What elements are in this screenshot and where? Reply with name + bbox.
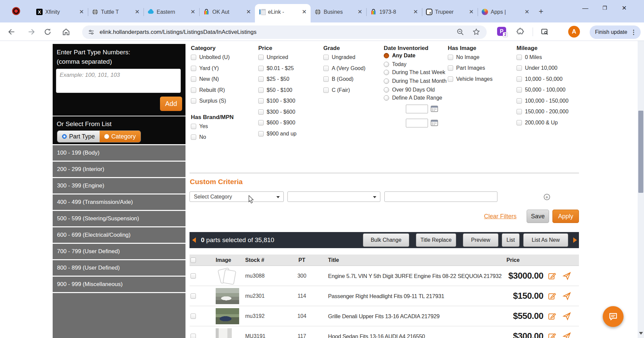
checkbox[interactable] xyxy=(191,76,196,82)
radio-icon[interactable] xyxy=(384,70,389,75)
chat-widget-button[interactable] xyxy=(603,306,624,327)
tab-apps[interactable]: Apps | ✕ xyxy=(478,4,533,22)
filter-option-no-image[interactable]: No Image xyxy=(448,54,479,61)
toggle-category[interactable]: Category xyxy=(100,131,141,142)
send-icon[interactable] xyxy=(562,292,571,300)
checkbox[interactable] xyxy=(517,76,522,82)
checkbox[interactable] xyxy=(517,120,522,125)
select-all-checkbox[interactable] xyxy=(191,258,196,263)
reload-icon[interactable] xyxy=(43,27,52,36)
checkbox[interactable] xyxy=(258,109,264,115)
checkbox[interactable] xyxy=(258,66,264,71)
checkbox[interactable] xyxy=(323,88,329,93)
forward-icon[interactable] xyxy=(27,27,36,36)
range-item-user-defined-700[interactable]: 700 - 799 (User Defined) xyxy=(53,244,185,259)
zoom-out-icon[interactable] xyxy=(456,28,464,36)
search-tabs-icon[interactable] xyxy=(541,28,549,36)
tab-close-icon[interactable]: ✕ xyxy=(524,8,530,15)
title-replace-button[interactable]: Title Replace xyxy=(416,233,456,247)
restore-icon[interactable]: ❐ xyxy=(595,5,614,11)
filter-option-surplus[interactable]: Surplus (S) xyxy=(191,98,226,104)
edit-icon[interactable] xyxy=(548,272,556,280)
tab-close-icon[interactable]: ✕ xyxy=(78,8,85,15)
row-checkbox[interactable] xyxy=(191,273,196,279)
calendar-icon[interactable] xyxy=(431,105,438,112)
radio-selected-icon[interactable] xyxy=(384,53,389,58)
range-item-interior[interactable]: 200 - 299 (Interior) xyxy=(53,162,185,177)
checkbox[interactable] xyxy=(517,109,522,114)
page-next-icon[interactable] xyxy=(573,237,577,243)
range-item-engine[interactable]: 300 - 399 (Engine) xyxy=(53,178,185,193)
checkbox[interactable] xyxy=(191,134,196,140)
send-icon[interactable] xyxy=(562,312,571,321)
tab-elink-active[interactable]: eLink - ✕ xyxy=(255,4,311,22)
part-type-numbers-input[interactable] xyxy=(56,69,181,93)
send-icon[interactable] xyxy=(562,272,571,280)
save-button[interactable]: Save xyxy=(527,210,549,223)
checkbox[interactable] xyxy=(448,76,453,82)
tab-close-icon[interactable]: ✕ xyxy=(357,8,363,15)
date-range-start-input[interactable] xyxy=(406,105,428,113)
filter-option-brand-yes[interactable]: Yes xyxy=(191,123,208,130)
checkbox[interactable] xyxy=(448,55,453,60)
list-as-new-button[interactable]: List As New xyxy=(523,233,568,247)
checkbox[interactable] xyxy=(323,76,329,82)
preview-button[interactable]: Preview xyxy=(463,233,498,247)
checkbox[interactable] xyxy=(517,98,522,104)
filter-option-part-images[interactable]: Part Images xyxy=(448,65,485,71)
tab-eastern[interactable]: Eastern ✕ xyxy=(144,4,199,22)
range-item-miscellaneous[interactable]: 900 - 999 (Miscellaneous) xyxy=(53,277,185,292)
checkbox[interactable] xyxy=(191,66,196,71)
filter-option-rebuilt[interactable]: Rebuilt (R) xyxy=(191,87,225,94)
date-option-any-date[interactable]: Any Date xyxy=(384,52,415,59)
back-icon[interactable] xyxy=(7,27,16,36)
scrollbar-down-arrow-icon[interactable] xyxy=(639,332,643,335)
date-option-over-90[interactable]: Over 90 Days Old xyxy=(384,87,435,93)
checkbox[interactable] xyxy=(258,131,264,136)
listing-row[interactable]: mu3088 300 Engine 5.7L VIN Y 5th Digit 3… xyxy=(190,266,579,286)
range-item-electrical[interactable]: 600 - 699 (Electrical/Cooling) xyxy=(53,227,185,243)
listing-title[interactable]: Passenger Right Headlight Fits 09-11 TL … xyxy=(328,293,444,299)
edit-icon[interactable] xyxy=(548,292,556,300)
range-item-steering[interactable]: 500 - 599 (Steering/Suspension) xyxy=(53,211,185,226)
add-button[interactable]: Add xyxy=(160,97,182,111)
send-icon[interactable] xyxy=(562,332,571,338)
radio-icon[interactable] xyxy=(384,95,389,101)
checkbox[interactable] xyxy=(323,55,329,60)
filter-option-price-6[interactable]: $600 - $900 xyxy=(258,119,295,126)
tab-tuttle[interactable]: Tuttle T ✕ xyxy=(88,4,144,22)
checkbox[interactable] xyxy=(191,124,196,129)
filter-option-150000-200000[interactable]: 150,000 - 200,000 xyxy=(517,108,569,115)
listing-title[interactable]: Grille Denali Upper Fits 13-16 ACADIA 21… xyxy=(328,313,439,320)
extensions-puzzle-icon[interactable] xyxy=(516,27,524,35)
filter-option-grade-b[interactable]: B (Good) xyxy=(323,76,354,82)
listing-title[interactable]: Engine 5.7L VIN Y 5th Digit 3URFE Engine… xyxy=(328,273,502,279)
filter-option-price-3[interactable]: $50 - $100 xyxy=(258,87,292,94)
filter-option-0-miles[interactable]: 0 Miles xyxy=(517,54,542,61)
tab-trupeer[interactable]: Trupeer ✕ xyxy=(422,4,478,22)
date-option-last-month[interactable]: During The Last Month xyxy=(384,78,446,84)
custom-criteria-value-input[interactable] xyxy=(384,191,497,202)
tab-close-icon[interactable]: ✕ xyxy=(134,8,140,15)
part-photo-thumbnail[interactable] xyxy=(216,308,239,324)
checkbox[interactable] xyxy=(517,65,522,71)
date-range-end-input[interactable] xyxy=(406,119,428,127)
checkbox[interactable] xyxy=(191,88,196,93)
filter-option-200000-up[interactable]: 200,000 & Up xyxy=(517,119,558,126)
filter-option-price-7[interactable]: $900 and up xyxy=(258,130,297,137)
tab-business[interactable]: Busines ✕ xyxy=(311,4,366,22)
checkbox[interactable] xyxy=(258,88,264,93)
page-previous-icon[interactable] xyxy=(192,237,196,243)
tab-xfinity[interactable]: X Xfinity ✕ xyxy=(32,4,88,22)
bulk-change-button[interactable]: Bulk Change xyxy=(363,233,409,247)
filter-option-brand-no[interactable]: No xyxy=(191,134,206,140)
profile-avatar[interactable]: A xyxy=(568,26,580,38)
listing-title[interactable]: Hood Sedan Fits 13-16 AUDI A4 216550 xyxy=(328,333,425,338)
site-info-tune-icon[interactable] xyxy=(88,29,95,36)
window-close-icon[interactable]: ✕ xyxy=(614,4,634,12)
custom-criteria-field-select[interactable] xyxy=(287,191,380,202)
calendar-icon[interactable] xyxy=(431,119,438,126)
edit-icon[interactable] xyxy=(548,312,556,321)
filter-option-50000-100000[interactable]: 50,000 - 100,000 xyxy=(517,87,566,93)
filter-option-10000-50000[interactable]: 10,000 - 50,000 xyxy=(517,76,562,82)
